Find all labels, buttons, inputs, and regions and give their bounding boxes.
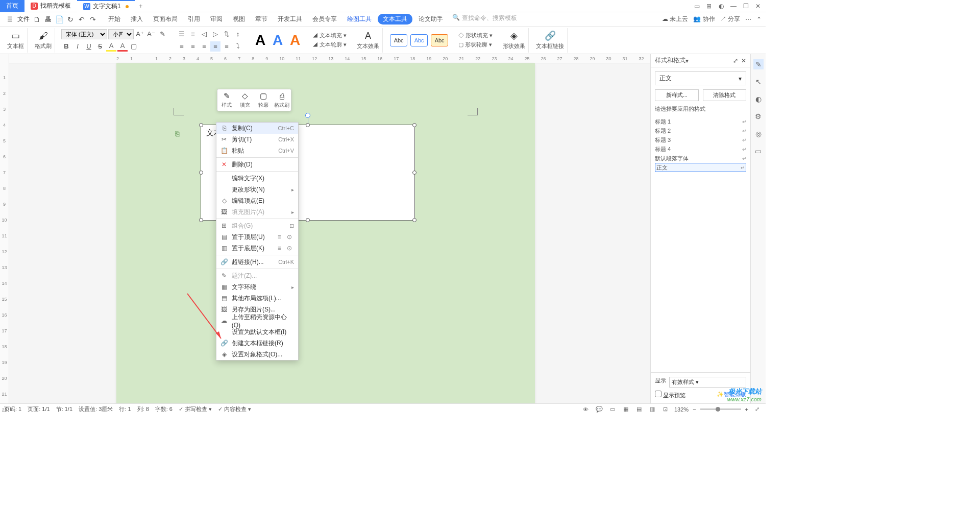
text-outline-button[interactable]: ◢ 文本轮廓 ▾ <box>312 41 347 49</box>
panel-close-icon[interactable]: ✕ <box>741 57 746 64</box>
ctx-N[interactable]: 更改形状(N)▸ <box>216 184 298 195</box>
sb-expand-icon[interactable]: ⤢ <box>752 405 762 414</box>
font-size-select[interactable]: 小四 <box>108 29 134 39</box>
font-color-button[interactable]: A <box>117 41 128 52</box>
show-filter-select[interactable]: 有效样式 ▾ <box>669 377 746 388</box>
rb-settings-icon[interactable]: ⚙ <box>753 111 764 122</box>
align-center-button[interactable]: ≡ <box>188 41 198 52</box>
abc-preset-1[interactable]: Abc <box>390 34 407 46</box>
sb-section[interactable]: 节: 1/1 <box>56 405 72 413</box>
redo-icon[interactable]: ↷ <box>88 14 98 25</box>
ft-fill[interactable]: ◇填充 <box>236 89 254 111</box>
page[interactable]: ⎘ 文本框变透明 <box>116 63 535 403</box>
new-style-button[interactable]: 新样式... <box>655 89 699 101</box>
zoom-slider[interactable] <box>700 408 741 410</box>
ctx-[interactable]: 📋粘贴Ctrl+V <box>216 145 298 156</box>
sb-page[interactable]: 页码: 1 <box>4 405 21 413</box>
tab-vip[interactable]: 会员专享 <box>308 14 341 25</box>
tab-review[interactable]: 审阅 <box>206 14 227 25</box>
search-placeholder[interactable]: 查找命令、搜索模板 <box>462 14 517 25</box>
ctx-R[interactable]: 🔗创建文本框链接(R) <box>216 337 298 349</box>
handle-tr[interactable] <box>412 123 416 127</box>
numbering-button[interactable]: ≡ <box>188 29 198 39</box>
hamburger-icon[interactable]: ☰ <box>4 14 15 25</box>
distribute-button[interactable]: ≡ <box>222 41 232 52</box>
ctx-C[interactable]: ⎘复制(C)Ctrl+C <box>216 123 298 134</box>
ft-outline[interactable]: ▢轮廓 <box>254 89 273 111</box>
current-style-select[interactable]: 正文▾ <box>655 71 746 85</box>
tab-home[interactable]: 首页 <box>0 0 24 12</box>
more-icon[interactable]: ⋯ <box>745 16 751 23</box>
rb-target-icon[interactable]: ◎ <box>753 129 764 139</box>
close-button[interactable]: ✕ <box>752 1 764 12</box>
handle-r[interactable] <box>412 171 416 175</box>
shape-fill-button[interactable]: ◇ 形状填充 ▾ <box>458 32 493 39</box>
shape-outline-button[interactable]: ▢ 形状轮廓 ▾ <box>458 41 493 49</box>
win-grid-icon[interactable]: ⊞ <box>703 1 715 12</box>
clear-format-button[interactable]: 清除格式 <box>703 89 747 101</box>
handle-br[interactable] <box>412 218 416 222</box>
tab-document[interactable]: W 文字文稿1 <box>77 0 135 12</box>
rb-pencil-icon[interactable]: ✎ <box>753 59 764 69</box>
clear-format-icon[interactable]: ✎ <box>157 29 167 39</box>
ctx-L[interactable]: ▤其他布局选项(L)... <box>216 293 298 304</box>
rotation-handle[interactable] <box>305 113 310 118</box>
indent-inc-button[interactable]: ▷ <box>210 29 220 39</box>
bullets-button[interactable]: ☰ <box>177 29 187 39</box>
maximize-button[interactable]: ❐ <box>740 1 751 12</box>
handle-b[interactable] <box>306 218 310 222</box>
tab-view[interactable]: 视图 <box>229 14 249 25</box>
group-format-brush[interactable]: 🖌 格式刷 <box>32 28 55 53</box>
tab-layout[interactable]: 页面布局 <box>149 14 182 25</box>
ctx-D[interactable]: ✕删除(D) <box>216 159 298 170</box>
bg-color-button[interactable]: ▢ <box>129 41 139 52</box>
preview-checkbox[interactable]: 显示预览 <box>655 391 685 399</box>
minimize-button[interactable]: — <box>728 1 739 12</box>
abc-preset-2[interactable]: Abc <box>410 34 428 46</box>
undo-icon[interactable]: ↶ <box>77 14 87 25</box>
ctx-E[interactable]: ◇编辑顶点(E) <box>216 195 298 206</box>
tab-text-tools[interactable]: 文本工具 <box>378 14 412 25</box>
underline-button[interactable]: U <box>84 41 94 52</box>
tab-dev[interactable]: 开发工具 <box>274 14 306 25</box>
sb-view1-icon[interactable]: ▭ <box>608 405 617 414</box>
text-direction-button[interactable]: ⤵ <box>233 41 243 52</box>
bold-button[interactable]: B <box>61 41 71 52</box>
handle-t[interactable] <box>306 123 310 127</box>
sort-button[interactable]: ↕ <box>233 29 243 39</box>
file-menu[interactable]: 文件 <box>17 15 30 23</box>
ctx-X[interactable]: 编辑文字(X) <box>216 173 298 184</box>
ctx-O[interactable]: ◈设置对象格式(O)... <box>216 349 298 360</box>
rb-book-icon[interactable]: ▭ <box>753 146 764 156</box>
tab-reference[interactable]: 引用 <box>184 14 204 25</box>
ctx-I[interactable]: 设置为默认文本框(I) <box>216 326 298 337</box>
ctx-H[interactable]: 🔗超链接(H)...Ctrl+K <box>216 256 298 268</box>
ft-brush[interactable]: ⎙格式刷 <box>273 89 291 111</box>
collapse-icon[interactable]: ⌃ <box>756 16 762 23</box>
style-标题 1[interactable]: 标题 1↵ <box>655 117 746 126</box>
sb-line[interactable]: 行: 1 <box>119 405 131 413</box>
ctx-U[interactable]: ▤置于顶层(U)≡⊙ <box>216 231 298 243</box>
style-标题 2[interactable]: 标题 2↵ <box>655 126 746 135</box>
sb-comment-icon[interactable]: 💬 <box>595 405 604 414</box>
tab-section[interactable]: 章节 <box>251 14 272 25</box>
ctx-[interactable]: ▦文字环绕▸ <box>216 281 298 293</box>
sb-view3-icon[interactable]: ▤ <box>634 405 644 414</box>
style-orange-a[interactable]: A <box>288 32 302 49</box>
font-name-select[interactable]: 宋体 (正文) <box>61 29 107 39</box>
win-theme-icon[interactable]: ◐ <box>716 1 727 12</box>
align-left-button[interactable]: ≡ <box>177 41 187 52</box>
highlight-button[interactable]: A <box>106 41 116 52</box>
style-black-a[interactable]: A <box>253 32 267 49</box>
style-正文[interactable]: 正文↵ <box>655 163 746 172</box>
panel-pin-icon[interactable]: ⤢ <box>733 57 738 64</box>
sb-content[interactable]: ✓ 内容检查 ▾ <box>218 405 251 413</box>
new-doc-icon[interactable]: 🗋 <box>32 14 42 25</box>
indent-dec-button[interactable]: ◁ <box>199 29 209 39</box>
ctx-K[interactable]: ▥置于底层(K)≡⊙ <box>216 243 298 254</box>
win-layout-icon[interactable]: ▭ <box>691 1 702 12</box>
dec-font-icon[interactable]: A⁻ <box>146 29 156 39</box>
preview-icon[interactable]: 📄 <box>54 14 64 25</box>
tab-thesis[interactable]: 论文助手 <box>414 14 447 25</box>
sb-indent[interactable]: 设置值: 3厘米 <box>79 405 113 413</box>
